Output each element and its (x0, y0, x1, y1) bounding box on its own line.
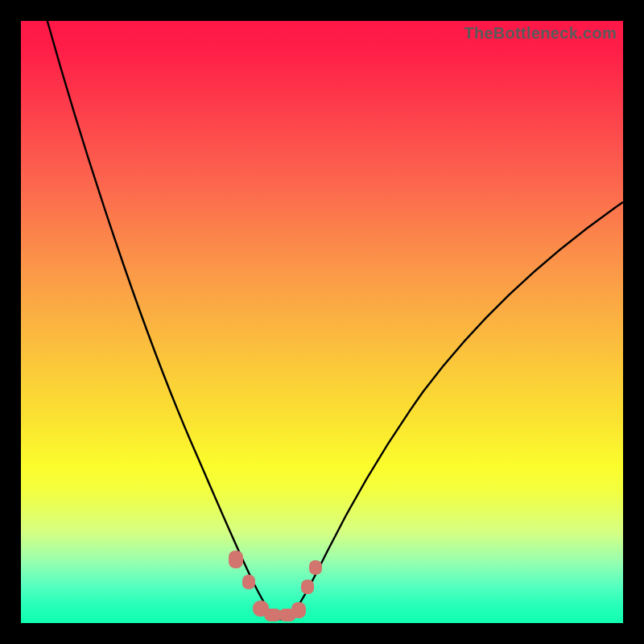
bead-left-lower (242, 575, 255, 589)
bottleneck-curve-plot (21, 21, 623, 623)
left-curve (45, 21, 274, 617)
right-curve (288, 202, 623, 618)
bead-right-upper (309, 560, 322, 575)
bead-right-lower (301, 580, 314, 594)
chart-frame: TheBottleneck.com (21, 21, 623, 623)
bead-bottom-4 (291, 602, 306, 618)
bead-left-upper (229, 551, 243, 568)
